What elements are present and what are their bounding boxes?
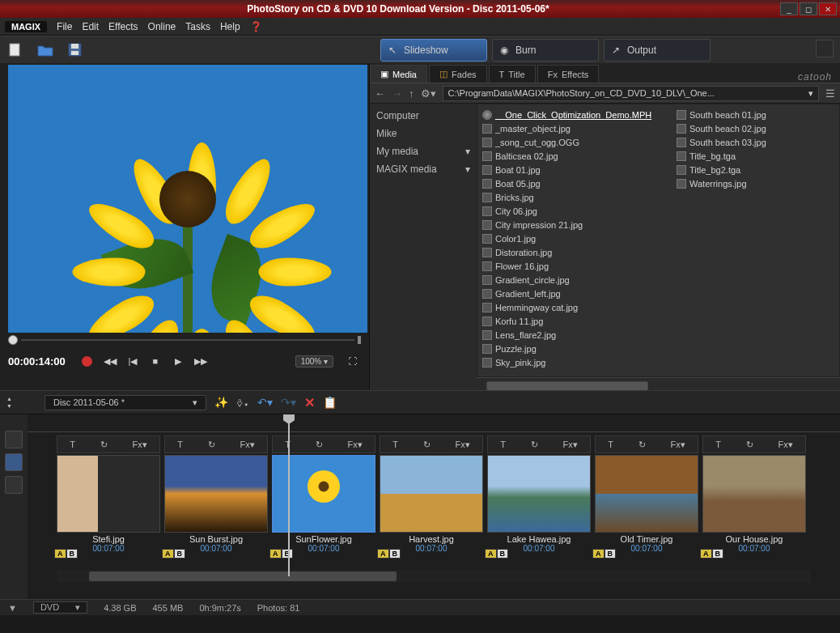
menu-file[interactable]: File: [57, 21, 72, 32]
ff-button[interactable]: ▶▶: [192, 353, 210, 369]
file-item[interactable]: City impression 21.jpg: [482, 218, 660, 232]
catooh-logo[interactable]: catooh: [798, 71, 832, 83]
redo-button[interactable]: ↷▾: [281, 396, 296, 409]
tree-magixmedia[interactable]: MAGIX media▾: [376, 164, 470, 175]
mode-burn[interactable]: ◉Burn: [492, 39, 599, 62]
clip[interactable]: T ↻ Fx▾ Lake Hawea.jpg 00:07:00 AB: [487, 435, 591, 570]
minimize-button[interactable]: _: [780, 2, 798, 15]
view-list-icon[interactable]: ☰: [825, 87, 835, 100]
title-icon[interactable]: T: [392, 440, 398, 449]
menu-online[interactable]: Online: [148, 21, 176, 32]
file-item[interactable]: Boat 01.jpg: [482, 163, 660, 176]
clip-thumbnail[interactable]: [702, 455, 806, 533]
clip[interactable]: T ↻ Fx▾ Harvest.jpg 00:07:00 AB: [380, 435, 483, 570]
nav-up[interactable]: ↑: [409, 87, 414, 100]
clip-thumbnail[interactable]: [595, 455, 698, 533]
zoom-select[interactable]: 100% ▾: [295, 355, 333, 367]
prev-button[interactable]: |◀: [124, 353, 142, 369]
tree-mymedia[interactable]: My media▾: [376, 146, 470, 157]
clip[interactable]: T ↻ Fx▾ Stefi.jpg 00:07:00 AB: [57, 435, 160, 570]
maximize-button[interactable]: ◻: [800, 2, 817, 15]
scrub-handle[interactable]: [8, 335, 18, 345]
file-item[interactable]: Color1.jpg: [482, 232, 660, 245]
clip-thumbnail[interactable]: [164, 455, 268, 533]
menu-edit[interactable]: Edit: [82, 21, 99, 32]
file-item[interactable]: _song_cut_ogg.OGG: [482, 135, 660, 149]
clip[interactable]: T ↻ Fx▾ Our House.jpg 00:07:00 AB: [702, 435, 806, 570]
split-button[interactable]: ⎀▾: [236, 396, 249, 409]
path-input[interactable]: C:\ProgramData\MAGIX\PhotoStory_on_CD_DV…: [443, 86, 820, 101]
new-icon[interactable]: [8, 43, 23, 57]
panel-toggle[interactable]: [816, 40, 834, 57]
close-button[interactable]: ✕: [819, 2, 837, 15]
record-button[interactable]: [78, 353, 96, 369]
ab-transition[interactable]: AB: [54, 549, 78, 559]
fx-icon[interactable]: Fx▾: [347, 440, 362, 450]
file-item[interactable]: Korfu 11.jpg: [482, 314, 660, 328]
ab-transition[interactable]: AB: [592, 549, 616, 559]
file-item[interactable]: Waterrings.jpg: [677, 176, 840, 190]
clipboard-button[interactable]: 📋: [323, 396, 337, 409]
rotate-icon[interactable]: ↻: [316, 440, 323, 450]
tab-title[interactable]: TTitle: [489, 65, 536, 83]
mode-slideshow[interactable]: ↖Slideshow: [380, 39, 487, 62]
file-item[interactable]: Flower 16.jpg: [482, 259, 660, 273]
scrub-bar[interactable]: [0, 333, 369, 347]
ab-transition[interactable]: AB: [162, 549, 185, 559]
rotate-icon[interactable]: ↻: [208, 440, 215, 450]
help-icon[interactable]: ❓: [250, 21, 262, 32]
disc-type-select[interactable]: DVD▾: [33, 601, 87, 614]
open-icon[interactable]: [37, 43, 53, 57]
undo-button[interactable]: ↶▾: [257, 396, 273, 409]
fullscreen-button[interactable]: ⛶: [343, 353, 361, 369]
save-icon[interactable]: [68, 43, 83, 57]
nav-back[interactable]: ←: [375, 87, 385, 100]
file-item[interactable]: __One_Click_Optimization_Demo.MPH: [482, 108, 660, 121]
fx-icon[interactable]: Fx▾: [455, 440, 469, 450]
clip[interactable]: T ↻ Fx▾ Old Timer.jpg 00:07:00 AB: [595, 435, 698, 570]
menu-help[interactable]: Help: [220, 21, 240, 32]
rewind-button[interactable]: ◀◀: [101, 353, 119, 369]
file-item[interactable]: Title_bg.tga: [677, 149, 840, 163]
chevrons-icon[interactable]: ▲▼: [6, 396, 12, 409]
file-item[interactable]: _master_object.jpg: [482, 121, 660, 135]
file-item[interactable]: Puzzle.jpg: [482, 342, 660, 355]
title-icon[interactable]: T: [70, 440, 75, 449]
preview-video[interactable]: [8, 65, 367, 333]
nav-forward[interactable]: →: [392, 87, 402, 100]
file-item[interactable]: South beach 03.jpg: [677, 135, 840, 149]
view-grid-button[interactable]: [5, 431, 23, 448]
file-item[interactable]: Distoration.jpg: [482, 245, 660, 259]
clip-thumbnail[interactable]: [57, 455, 160, 533]
tree-user[interactable]: Mike: [376, 128, 470, 139]
rotate-icon[interactable]: ↻: [100, 440, 108, 450]
file-item[interactable]: South beach 02.jpg: [677, 121, 840, 135]
timeline-ruler[interactable]: [28, 414, 840, 432]
timeline-hscroll[interactable]: [57, 570, 811, 583]
clip-thumbnail[interactable]: [487, 455, 591, 533]
project-select[interactable]: Disc 2011-05-06 *▾: [45, 395, 206, 410]
file-item[interactable]: Bricks.jpg: [482, 190, 660, 204]
file-hscroll[interactable]: [477, 377, 840, 390]
ab-transition[interactable]: AB: [377, 549, 401, 559]
menu-effects[interactable]: Effects: [108, 21, 138, 32]
file-list[interactable]: __One_Click_Optimization_Demo.MPH_master…: [477, 104, 840, 377]
tab-media[interactable]: ▣Media: [370, 65, 427, 83]
file-item[interactable]: Lens_flare2.jpg: [482, 328, 660, 342]
rotate-icon[interactable]: ↻: [423, 440, 431, 450]
title-icon[interactable]: T: [608, 440, 613, 449]
wizard-button[interactable]: ✨: [214, 396, 228, 409]
rotate-icon[interactable]: ↻: [746, 440, 753, 450]
file-item[interactable]: Boat 05.jpg: [482, 176, 660, 190]
tab-effects[interactable]: FxEffects: [537, 65, 600, 83]
ab-transition[interactable]: AB: [700, 549, 723, 559]
file-item[interactable]: Gradient_left.jpg: [482, 287, 660, 300]
ab-transition[interactable]: AB: [485, 549, 508, 559]
play-button[interactable]: ▶: [169, 353, 187, 369]
fx-icon[interactable]: Fx▾: [562, 440, 577, 450]
file-item[interactable]: City 06.jpg: [482, 204, 660, 218]
view-storyboard-button[interactable]: [5, 453, 23, 471]
tree-computer[interactable]: Computer: [376, 110, 470, 121]
nav-settings[interactable]: ⚙▾: [421, 87, 436, 100]
file-item[interactable]: Hemmingway cat.jpg: [482, 300, 660, 314]
